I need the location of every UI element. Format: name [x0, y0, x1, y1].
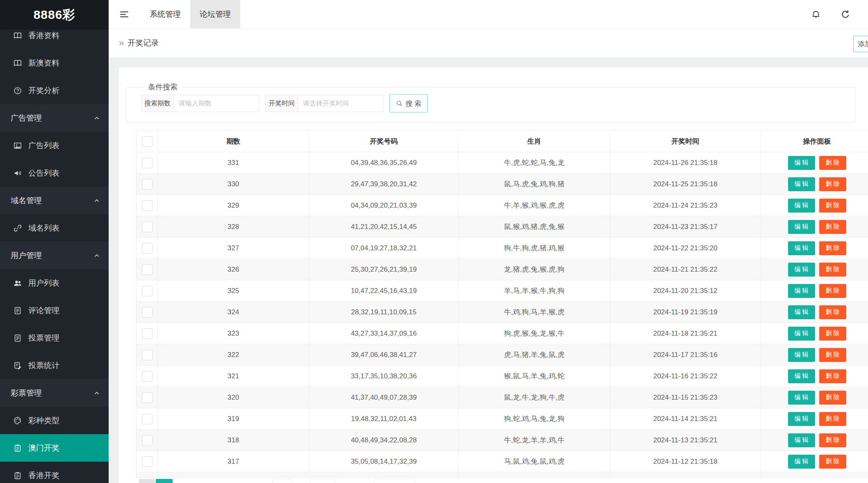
- sidebar-item-5[interactable]: 公告列表: [0, 159, 109, 187]
- delete-button[interactable]: 删 除: [819, 433, 846, 447]
- sidebar-item-11[interactable]: 投票管理: [0, 324, 109, 352]
- column-header: 开奖号码: [309, 131, 459, 152]
- row-checkbox[interactable]: [142, 200, 153, 211]
- sidebar: 8886彩 香港资料新澳资料开奖分析广告管理广告列表公告列表域名管理域名列表用户…: [0, 0, 109, 483]
- pagination-current-page[interactable]: [156, 479, 173, 483]
- cell-time: 2024-11-21 21:35:22: [610, 259, 761, 280]
- delete-button[interactable]: 删 除: [819, 199, 846, 213]
- row-checkbox[interactable]: [142, 414, 153, 424]
- bell-icon[interactable]: [811, 9, 821, 20]
- tab-1[interactable]: 论坛管理: [190, 0, 240, 28]
- sidebar-section-13[interactable]: 彩票管理: [0, 379, 109, 407]
- pagination-page-size-select[interactable]: [374, 479, 415, 483]
- sidebar-item-4[interactable]: 广告列表: [0, 132, 109, 159]
- add-record-button[interactable]: 添加: [853, 36, 868, 52]
- period-input[interactable]: [174, 95, 260, 112]
- sidebar-section-8[interactable]: 用户管理: [0, 242, 109, 269]
- select-all-checkbox[interactable]: [142, 136, 153, 147]
- refresh-icon[interactable]: [840, 9, 851, 20]
- sidebar-item-2[interactable]: 开奖分析: [0, 77, 109, 104]
- sidebar-item-label: 评论管理: [28, 305, 59, 316]
- edit-button[interactable]: 编 辑: [788, 433, 815, 447]
- row-checkbox[interactable]: [142, 456, 153, 467]
- delete-button[interactable]: 删 除: [819, 284, 846, 298]
- sidebar-item-14[interactable]: 彩种类型: [0, 407, 109, 434]
- cell-zodiac: 牛,蛇,龙,羊,羊,鸡,牛: [459, 430, 610, 451]
- edit-button[interactable]: 编 辑: [788, 305, 815, 319]
- chevron-up-icon: [93, 389, 100, 397]
- table-row: 32428,32,19,11,10,09,15牛,鸡,狗,马,羊,猴,虎2024…: [137, 302, 868, 323]
- table-row: 32041,37,40,49,07,28,39鼠,龙,牛,龙,狗,牛,虎2024…: [137, 387, 868, 408]
- sidebar-item-label: 澳门开奖: [28, 443, 59, 453]
- pagination-button[interactable]: [273, 479, 292, 483]
- document-icon: [12, 333, 23, 343]
- cell-numbers: 04,39,48,36,35,26,49: [309, 152, 459, 173]
- sidebar-item-16[interactable]: 香港开奖: [0, 462, 109, 483]
- sidebar-item-15[interactable]: 澳门开奖: [0, 434, 109, 462]
- sidebar-item-12[interactable]: 投票统计: [0, 352, 109, 379]
- cell-period: 317: [158, 451, 309, 472]
- row-checkbox[interactable]: [142, 350, 153, 360]
- row-checkbox[interactable]: [142, 158, 153, 168]
- palette-icon: [12, 415, 23, 426]
- row-checkbox[interactable]: [142, 243, 153, 254]
- edit-button[interactable]: 编 辑: [788, 199, 815, 213]
- row-checkbox[interactable]: [142, 371, 153, 382]
- sidebar-collapse-icon[interactable]: [120, 10, 128, 19]
- row-checkbox[interactable]: [142, 328, 153, 339]
- edit-button[interactable]: 编 辑: [788, 391, 815, 405]
- delete-button[interactable]: 删 除: [819, 327, 846, 341]
- edit-button[interactable]: 编 辑: [788, 263, 815, 277]
- row-checkbox[interactable]: [142, 307, 153, 318]
- row-checkbox[interactable]: [142, 435, 153, 446]
- delete-button[interactable]: 删 除: [819, 241, 846, 255]
- edit-button[interactable]: 编 辑: [788, 412, 815, 426]
- table-row: 33104,39,48,36,35,26,49牛,虎,蛇,蛇,马,兔,龙2024…: [137, 152, 868, 174]
- page-title: 开奖记录: [128, 38, 159, 48]
- edit-button[interactable]: 编 辑: [788, 327, 815, 341]
- sidebar-section-6[interactable]: 域名管理: [0, 187, 109, 214]
- edit-button[interactable]: 编 辑: [788, 177, 815, 191]
- sidebar-section-3[interactable]: 广告管理: [0, 104, 109, 132]
- delete-button[interactable]: 删 除: [819, 156, 846, 170]
- cell-zodiac: 猴,鼠,马,羊,兔,鸡,蛇: [459, 366, 610, 387]
- row-checkbox[interactable]: [142, 264, 153, 275]
- search-icon: [396, 100, 403, 107]
- sidebar-item-1[interactable]: 新澳资料: [0, 49, 109, 77]
- sidebar-item-7[interactable]: 域名列表: [0, 214, 109, 242]
- delete-button[interactable]: 删 除: [819, 391, 846, 405]
- row-checkbox[interactable]: [142, 222, 153, 232]
- delete-button[interactable]: 删 除: [819, 220, 846, 234]
- delete-button[interactable]: 删 除: [819, 263, 846, 277]
- delete-button[interactable]: 删 除: [819, 177, 846, 191]
- delete-button[interactable]: 删 除: [819, 348, 846, 362]
- tab-0[interactable]: 系统管理: [140, 0, 190, 28]
- edit-button[interactable]: 编 辑: [788, 455, 815, 469]
- edit-button[interactable]: 编 辑: [788, 156, 815, 170]
- edit-button[interactable]: 编 辑: [788, 369, 815, 383]
- row-checkbox[interactable]: [142, 392, 153, 403]
- delete-button[interactable]: 删 除: [819, 369, 846, 383]
- cell-time: 2024-11-25 21:35:18: [610, 174, 761, 195]
- row-checkbox[interactable]: [142, 179, 153, 190]
- delete-button[interactable]: 删 除: [819, 412, 846, 426]
- delete-button[interactable]: 删 除: [819, 305, 846, 319]
- sidebar-item-10[interactable]: 评论管理: [0, 297, 109, 324]
- edit-button[interactable]: 编 辑: [788, 241, 815, 255]
- row-checkbox[interactable]: [142, 286, 153, 296]
- pagination-button[interactable]: [310, 479, 335, 483]
- main-area: 系统管理论坛管理 » 开奖记录 添加 条件搜索 搜索期数: [109, 0, 868, 483]
- cell-numbers: 40,48,49,34,22,08,28: [309, 430, 459, 451]
- search-legend: 条件搜索: [144, 82, 182, 92]
- edit-button[interactable]: 编 辑: [788, 348, 815, 362]
- edit-button[interactable]: 编 辑: [788, 220, 815, 234]
- sidebar-section-label: 域名管理: [11, 195, 42, 206]
- pagination-bar: [118, 479, 868, 483]
- sidebar-item-9[interactable]: 用户列表: [0, 269, 109, 297]
- pagination-prev-button[interactable]: [139, 479, 155, 483]
- edit-button[interactable]: 编 辑: [788, 284, 815, 298]
- time-input[interactable]: [298, 95, 384, 112]
- document-edit-icon: [12, 360, 23, 371]
- delete-button[interactable]: 删 除: [819, 455, 846, 469]
- search-button[interactable]: 搜 索: [390, 94, 428, 112]
